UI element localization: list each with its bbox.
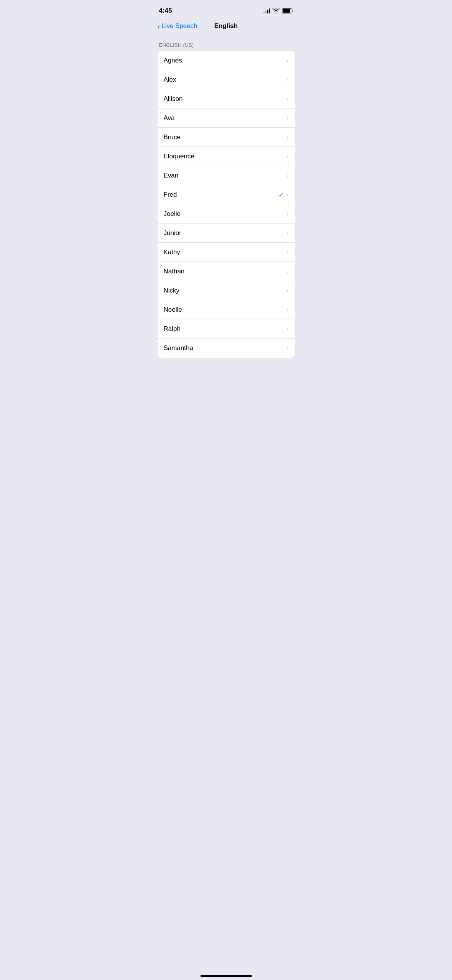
list-item[interactable]: Agnes› xyxy=(158,51,295,70)
signal-icon xyxy=(263,8,270,13)
list-item[interactable]: Bruce› xyxy=(158,128,295,147)
status-icons xyxy=(263,8,293,13)
back-chevron-icon: ‹ xyxy=(158,22,160,30)
checkmark-icon: ✓ xyxy=(278,191,284,199)
voice-name: Junior xyxy=(164,229,181,237)
list-item[interactable]: Kathy› xyxy=(158,243,295,262)
voice-name: Samantha xyxy=(164,344,194,352)
list-item[interactable]: Alex› xyxy=(158,70,295,89)
chevron-right-icon: › xyxy=(286,115,288,121)
list-item[interactable]: Joelle› xyxy=(158,204,295,224)
chevron-right-icon: › xyxy=(286,77,288,83)
voice-name: Joelle xyxy=(164,210,181,218)
chevron-right-icon: › xyxy=(286,307,288,313)
voice-name: Bruce xyxy=(164,133,181,141)
chevron-right-icon: › xyxy=(286,134,288,140)
list-item[interactable]: Fred✓› xyxy=(158,185,295,204)
chevron-right-icon: › xyxy=(286,153,288,159)
list-item[interactable]: Ralph› xyxy=(158,319,295,339)
back-label: Live Speech xyxy=(161,22,197,30)
chevron-right-icon: › xyxy=(286,96,288,102)
list-item[interactable]: Samantha› xyxy=(158,339,295,358)
list-item[interactable]: Junior› xyxy=(158,224,295,243)
section-header: ENGLISH (US) xyxy=(151,42,301,51)
status-bar: 4:45 xyxy=(151,0,301,19)
voice-list: Agnes›Alex›Allison›Ava›Bruce›Eloquence›E… xyxy=(158,51,295,358)
chevron-right-icon: › xyxy=(286,249,288,255)
back-button[interactable]: ‹ Live Speech xyxy=(158,22,197,30)
voice-name: Noelle xyxy=(164,306,182,314)
voice-name: Eloquence xyxy=(164,153,194,160)
list-item[interactable]: Allison› xyxy=(158,89,295,109)
list-item[interactable]: Noelle› xyxy=(158,300,295,319)
voice-name: Allison xyxy=(164,95,183,103)
list-item[interactable]: Evan› xyxy=(158,166,295,185)
chevron-right-icon: › xyxy=(286,345,288,351)
wifi-icon xyxy=(273,8,279,13)
list-item[interactable]: Nathan› xyxy=(158,262,295,281)
chevron-right-icon: › xyxy=(286,326,288,332)
voice-name: Nathan xyxy=(164,268,185,275)
voice-name: Evan xyxy=(164,172,179,179)
chevron-right-icon: › xyxy=(286,230,288,236)
voice-name: Agnes xyxy=(164,57,182,64)
voice-name: Ava xyxy=(164,114,175,122)
voice-name: Ralph xyxy=(164,325,181,333)
chevron-right-icon: › xyxy=(286,288,288,294)
chevron-right-icon: › xyxy=(286,58,288,64)
battery-icon xyxy=(282,8,293,13)
voice-name: Kathy xyxy=(164,248,180,256)
list-item[interactable]: Nicky› xyxy=(158,281,295,300)
page-title: English xyxy=(214,22,238,30)
content: ENGLISH (US) Agnes›Alex›Allison›Ava›Bruc… xyxy=(151,35,301,358)
voice-name: Alex xyxy=(164,76,176,84)
list-item[interactable]: Eloquence› xyxy=(158,147,295,166)
status-time: 4:45 xyxy=(159,7,172,15)
voice-name: Fred xyxy=(164,191,177,199)
list-item[interactable]: Ava› xyxy=(158,109,295,128)
voice-name: Nicky xyxy=(164,287,180,294)
chevron-right-icon: › xyxy=(286,173,288,179)
nav-bar: ‹ Live Speech English xyxy=(151,19,301,35)
chevron-right-icon: › xyxy=(286,192,288,198)
chevron-right-icon: › xyxy=(286,211,288,217)
chevron-right-icon: › xyxy=(286,268,288,275)
